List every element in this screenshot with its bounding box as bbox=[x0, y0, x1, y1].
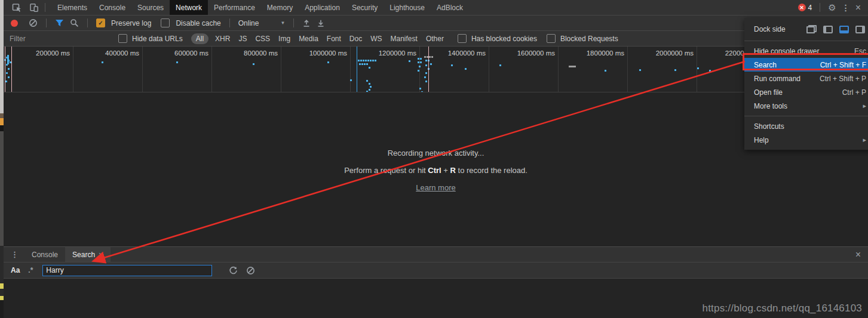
overview-gridline bbox=[558, 47, 559, 92]
overview-event-marker-line bbox=[11, 47, 12, 92]
request-type-img[interactable]: Img bbox=[278, 35, 290, 43]
dock-bottom-icon[interactable] bbox=[839, 26, 849, 33]
drawer-tab-label: Search bbox=[72, 251, 95, 259]
dock-left-icon[interactable] bbox=[823, 26, 833, 33]
tab-lighthouse[interactable]: Lighthouse bbox=[384, 0, 431, 15]
clear-search-icon[interactable] bbox=[246, 266, 255, 275]
record-button[interactable] bbox=[11, 20, 18, 27]
tab-memory[interactable]: Memory bbox=[261, 0, 299, 15]
menu-item-help[interactable]: Help▸ bbox=[744, 133, 868, 147]
overview-gridline bbox=[281, 47, 281, 92]
blocked-requests-checkbox[interactable] bbox=[547, 34, 556, 43]
overview-dot bbox=[372, 60, 374, 61]
drawer-tab-search[interactable]: Search× bbox=[65, 247, 111, 262]
menu-item-open-file[interactable]: Open fileCtrl + P bbox=[744, 85, 868, 99]
drawer-kebab-icon[interactable]: ⋮ bbox=[4, 250, 24, 259]
request-type-js[interactable]: JS bbox=[238, 35, 247, 43]
chevron-down-icon[interactable]: ▼ bbox=[280, 20, 285, 26]
request-type-css[interactable]: CSS bbox=[255, 35, 270, 43]
dock-right-icon[interactable] bbox=[855, 26, 865, 33]
overview-dot bbox=[366, 80, 368, 82]
overview-dot bbox=[709, 70, 711, 72]
ctrl-key: Ctrl bbox=[428, 166, 441, 175]
reload-hint-text: Perform a request or hit Ctrl + R to rec… bbox=[344, 166, 527, 175]
tab-application[interactable]: Application bbox=[299, 0, 346, 15]
tab-network[interactable]: Network bbox=[170, 0, 208, 15]
menu-item-label: Run command bbox=[754, 75, 800, 83]
overview-event-marker-line bbox=[5, 47, 5, 92]
drawer-tab-label: Console bbox=[32, 251, 58, 259]
overview-dot bbox=[361, 63, 363, 65]
request-type-xhr[interactable]: XHR bbox=[215, 35, 230, 43]
overview-tick-label: 1600000 ms bbox=[517, 50, 555, 57]
clear-icon[interactable] bbox=[29, 18, 38, 27]
menu-item-shortcuts[interactable]: Shortcuts bbox=[744, 119, 868, 133]
divider bbox=[293, 18, 294, 27]
disable-cache-checkbox[interactable] bbox=[161, 18, 170, 27]
overview-event-marker-line bbox=[357, 47, 357, 92]
more-options-kebab-icon[interactable]: ⋮ bbox=[842, 3, 850, 13]
match-case-toggle[interactable]: Aa bbox=[11, 266, 20, 274]
overview-event-marker-line bbox=[428, 47, 429, 92]
request-type-doc[interactable]: Doc bbox=[349, 35, 362, 43]
divider bbox=[87, 18, 88, 27]
request-type-media[interactable]: Media bbox=[299, 35, 318, 43]
close-tab-icon[interactable]: × bbox=[99, 250, 103, 259]
overview-dot bbox=[430, 63, 432, 65]
overview-dot bbox=[425, 64, 427, 66]
has-blocked-cookies-checkbox[interactable] bbox=[458, 34, 467, 43]
overview-gridline bbox=[350, 47, 351, 92]
search-input[interactable] bbox=[42, 265, 212, 276]
overview-dot bbox=[425, 72, 427, 74]
throttling-select[interactable]: Online bbox=[238, 19, 259, 27]
overview-dot bbox=[176, 61, 178, 63]
tab-console[interactable]: Console bbox=[93, 0, 131, 15]
tab-elements[interactable]: Elements bbox=[51, 0, 93, 15]
request-type-font[interactable]: Font bbox=[327, 35, 341, 43]
learn-more-link[interactable]: Learn more bbox=[416, 183, 455, 192]
request-type-other[interactable]: Other bbox=[426, 35, 444, 43]
import-har-icon[interactable] bbox=[302, 19, 311, 27]
tab-performance[interactable]: Performance bbox=[208, 0, 261, 15]
tab-adblock[interactable]: AdBlock bbox=[431, 0, 469, 15]
device-toolbar-icon[interactable] bbox=[29, 3, 39, 13]
overview-dot bbox=[419, 88, 421, 89]
menu-item-run-command[interactable]: Run commandCtrl + Shift + P bbox=[744, 72, 868, 85]
close-drawer-icon[interactable]: × bbox=[855, 250, 868, 260]
drawer-tab-bar: ⋮ ConsoleSearch× × bbox=[4, 247, 868, 263]
overview-dot bbox=[102, 61, 103, 63]
search-icon[interactable] bbox=[70, 18, 79, 27]
request-type-all[interactable]: All bbox=[191, 33, 208, 44]
network-panel-empty-state: Recording network activity... Perform a … bbox=[4, 92, 868, 246]
overview-dot bbox=[697, 67, 699, 69]
network-overview-timeline[interactable]: 200000 ms400000 ms600000 ms800000 ms1000… bbox=[4, 47, 868, 92]
error-count-badge[interactable]: ✕ 4 bbox=[798, 4, 812, 12]
refresh-icon[interactable] bbox=[229, 266, 238, 275]
submenu-arrow-icon: ▸ bbox=[863, 136, 866, 144]
close-devtools-icon[interactable]: × bbox=[855, 3, 861, 13]
inspect-element-icon[interactable] bbox=[12, 3, 22, 13]
menu-item-more-tools[interactable]: More tools▸ bbox=[744, 99, 868, 113]
overview-dot bbox=[465, 68, 467, 70]
preserve-log-checkbox[interactable]: ✓ bbox=[96, 18, 105, 27]
filter-input[interactable] bbox=[8, 34, 106, 44]
undock-icon[interactable] bbox=[806, 25, 817, 33]
export-har-icon[interactable] bbox=[317, 19, 325, 27]
hide-data-urls-checkbox[interactable] bbox=[118, 34, 127, 43]
drawer-tab-console[interactable]: Console bbox=[24, 247, 65, 262]
overview-tick-label: 1800000 ms bbox=[587, 50, 624, 57]
overview-dot bbox=[5, 81, 7, 82]
overview-dot bbox=[418, 58, 419, 60]
error-icon: ✕ bbox=[798, 4, 806, 11]
tab-sources[interactable]: Sources bbox=[131, 0, 170, 15]
request-type-manifest[interactable]: Manifest bbox=[391, 35, 418, 43]
tab-security[interactable]: Security bbox=[346, 0, 384, 15]
overview-gridline bbox=[697, 47, 697, 92]
overview-dot bbox=[350, 79, 352, 81]
settings-gear-icon[interactable]: ⚙ bbox=[828, 3, 836, 12]
tabbar-right-controls: ✕ 4 ⚙ ⋮ × bbox=[798, 3, 868, 13]
regex-toggle[interactable]: .* bbox=[28, 266, 33, 274]
request-type-ws[interactable]: WS bbox=[370, 35, 382, 43]
filter-funnel-icon[interactable] bbox=[55, 19, 64, 27]
overview-dot bbox=[418, 61, 419, 63]
